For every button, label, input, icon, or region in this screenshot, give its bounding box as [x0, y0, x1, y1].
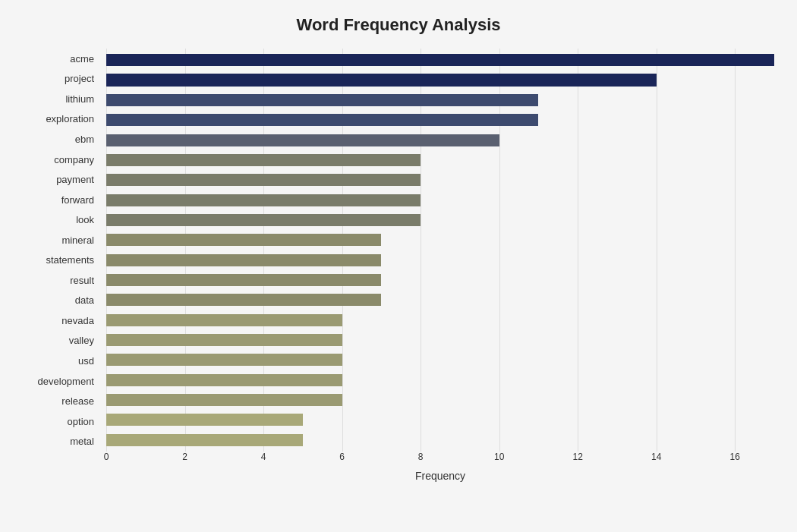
bar	[106, 54, 774, 66]
bar-row	[106, 70, 774, 90]
bar-row	[106, 210, 774, 230]
bar	[106, 114, 538, 126]
bar	[106, 314, 342, 326]
y-label: project	[65, 69, 100, 90]
bar	[106, 254, 381, 266]
bar	[106, 194, 421, 206]
y-label: acme	[70, 49, 100, 69]
x-tick-label: 14	[651, 452, 661, 462]
x-tick-label: 16	[730, 452, 740, 462]
bar	[106, 94, 538, 106]
bar-row	[106, 310, 774, 329]
bar	[106, 354, 342, 366]
y-label: metal	[70, 431, 100, 452]
y-label: development	[38, 371, 100, 392]
x-tick-label: 8	[418, 452, 424, 462]
bar-row	[106, 430, 774, 450]
y-label: mineral	[61, 230, 100, 250]
y-label: ebm	[75, 129, 100, 150]
x-axis: 0246810121416 Frequency	[106, 452, 774, 482]
bar	[106, 414, 303, 426]
bar	[106, 74, 657, 86]
bar-row	[106, 250, 774, 269]
bar-row	[106, 350, 774, 370]
y-label: payment	[56, 169, 100, 190]
x-tick-label: 2	[182, 452, 187, 462]
y-label: nevada	[61, 310, 100, 331]
y-label: usd	[78, 351, 100, 371]
bar-row	[106, 130, 774, 150]
bar-row	[106, 290, 774, 310]
y-label: valley	[69, 331, 100, 351]
bar	[106, 434, 303, 446]
bar-row	[106, 90, 774, 110]
y-label: data	[75, 291, 100, 311]
bar-row	[106, 170, 774, 190]
bar-row	[106, 370, 774, 390]
x-tick-label: 4	[261, 452, 266, 462]
bar	[106, 154, 421, 166]
y-axis: acmeprojectlithiumexplorationebmcompanyp…	[23, 49, 106, 452]
bar-row	[106, 270, 774, 290]
bar-row	[106, 150, 774, 170]
x-tick-label: 6	[339, 452, 345, 462]
bar-row	[106, 230, 774, 250]
bar	[106, 274, 381, 286]
y-label: result	[70, 270, 100, 291]
y-label: release	[61, 391, 100, 411]
bar-row	[106, 390, 774, 410]
bar	[106, 214, 421, 226]
x-axis-label: Frequency	[106, 470, 774, 482]
bar	[106, 374, 342, 386]
bar-row	[106, 330, 774, 350]
y-label: statements	[46, 250, 100, 270]
y-label: company	[54, 150, 100, 170]
bar	[106, 394, 342, 406]
bar-row	[106, 50, 774, 70]
bar	[106, 174, 421, 186]
bar-row	[106, 410, 774, 430]
y-label: look	[76, 209, 100, 230]
bar	[106, 294, 381, 306]
bar	[106, 134, 499, 146]
y-label: exploration	[46, 109, 100, 130]
bar	[106, 234, 381, 246]
bar	[106, 334, 342, 346]
y-label: forward	[61, 190, 100, 210]
y-label: lithium	[65, 89, 100, 109]
y-label: option	[68, 411, 100, 432]
bars-area	[106, 49, 774, 452]
x-tick-label: 10	[494, 452, 504, 462]
chart-container: Word Frequency Analysis acmeprojectlithi…	[0, 0, 797, 532]
x-tick-label: 0	[104, 452, 109, 462]
bar-row	[106, 110, 774, 130]
x-tick-label: 12	[572, 452, 582, 462]
bar-row	[106, 190, 774, 209]
chart-title: Word Frequency Analysis	[23, 15, 774, 35]
